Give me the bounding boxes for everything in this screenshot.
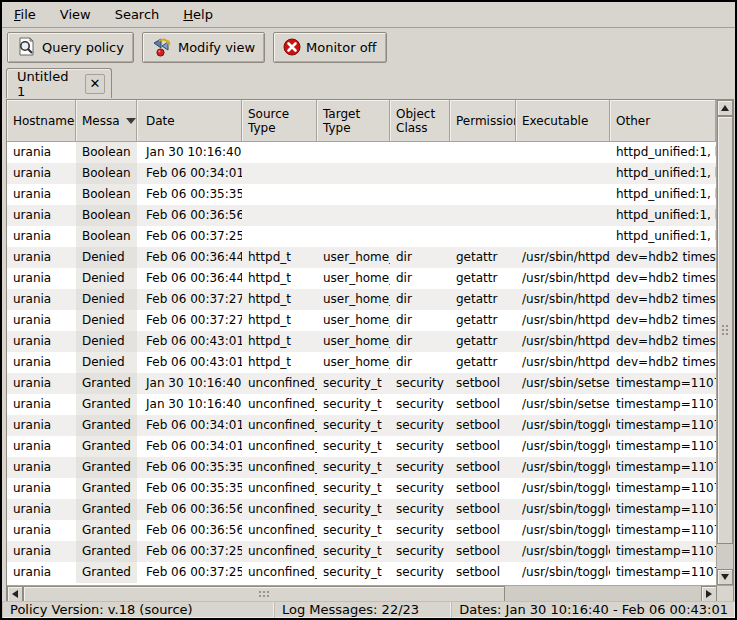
column-header-hostname[interactable]: Hostname: [7, 100, 76, 142]
cell-date: Feb 06 00:35:35: [137, 184, 242, 205]
monitor-off-button[interactable]: Monitor off: [273, 32, 386, 63]
cell-executable: [516, 163, 610, 184]
cell-source-type: [242, 163, 317, 184]
cell-object-class: security: [390, 436, 450, 457]
scroll-right-button[interactable]: [701, 586, 717, 602]
cell-hostname: urania: [7, 478, 76, 499]
cell-date: Feb 06 00:37:25: [137, 562, 242, 583]
tab-untitled-1[interactable]: Untitled 1 ✕: [6, 68, 112, 98]
cell-other: httpd_unified:1, h: [610, 142, 716, 163]
query-policy-button[interactable]: Query policy: [7, 32, 134, 63]
grip-icon: [258, 590, 270, 598]
menu-view[interactable]: View: [52, 4, 99, 25]
arrow-left-icon: [12, 590, 18, 598]
cell-message: Granted: [76, 394, 137, 415]
scroll-left-button[interactable]: [7, 586, 23, 602]
table-row[interactable]: uraniaGrantedFeb 06 00:37:25unconfined_s…: [7, 562, 716, 583]
cell-permission: [450, 163, 516, 184]
cell-object-class: [390, 226, 450, 247]
column-header-date[interactable]: Date: [137, 100, 242, 142]
cell-hostname: urania: [7, 436, 76, 457]
table-row[interactable]: uraniaDeniedFeb 06 00:43:01httpd_tuser_h…: [7, 352, 716, 373]
cell-message: Denied: [76, 352, 137, 373]
cell-permission: getattr: [450, 289, 516, 310]
tab-bar: Untitled 1 ✕: [2, 66, 735, 97]
cell-hostname: urania: [7, 247, 76, 268]
cell-other: dev=hdb2 timesta: [610, 352, 716, 373]
table-row[interactable]: uraniaBooleanFeb 06 00:34:01httpd_unifie…: [7, 163, 716, 184]
column-header-target-type[interactable]: Target Type: [317, 100, 390, 142]
cell-source-type: httpd_t: [242, 352, 317, 373]
table-row[interactable]: uraniaGrantedFeb 06 00:34:01unconfined_s…: [7, 415, 716, 436]
tab-label: Untitled 1: [17, 69, 75, 99]
cell-other: timestamp=11076: [610, 457, 716, 478]
column-header-message[interactable]: Messa: [76, 100, 137, 142]
arrow-down-icon: [721, 574, 729, 580]
column-header-permission[interactable]: Permission: [450, 100, 516, 142]
monitor-off-label: Monitor off: [306, 40, 376, 55]
close-icon: ✕: [89, 77, 100, 90]
cell-source-type: unconfined_: [242, 394, 317, 415]
column-header-source-type[interactable]: Source Type: [242, 100, 317, 142]
cell-source-type: [242, 142, 317, 163]
cell-object-class: dir: [390, 331, 450, 352]
table-row[interactable]: uraniaGrantedFeb 06 00:35:35unconfined_s…: [7, 457, 716, 478]
table-row[interactable]: uraniaBooleanJan 30 10:16:40httpd_unifie…: [7, 142, 716, 163]
cell-object-class: dir: [390, 268, 450, 289]
table-row[interactable]: uraniaDeniedFeb 06 00:43:01httpd_tuser_h…: [7, 331, 716, 352]
cell-message: Boolean: [76, 226, 137, 247]
cell-message: Granted: [76, 520, 137, 541]
menu-help[interactable]: Help: [175, 4, 221, 25]
table-body: uraniaBooleanJan 30 10:16:40httpd_unifie…: [7, 142, 716, 585]
table-row[interactable]: uraniaDeniedFeb 06 00:37:27httpd_tuser_h…: [7, 310, 716, 331]
cell-object-class: security: [390, 541, 450, 562]
scroll-up-button[interactable]: [717, 100, 733, 116]
menu-search[interactable]: Search: [107, 4, 168, 25]
cell-target-type: security_t: [317, 541, 390, 562]
column-header-object-class[interactable]: Object Class: [390, 100, 450, 142]
cell-permission: [450, 226, 516, 247]
scroll-down-button[interactable]: [717, 569, 733, 585]
horizontal-scrollbar[interactable]: [7, 585, 733, 602]
cell-date: Feb 06 00:43:01: [137, 352, 242, 373]
table-row[interactable]: uraniaGrantedFeb 06 00:35:35unconfined_s…: [7, 478, 716, 499]
cell-target-type: [317, 184, 390, 205]
table-row[interactable]: uraniaBooleanFeb 06 00:35:35httpd_unifie…: [7, 184, 716, 205]
table-row[interactable]: uraniaGrantedFeb 06 00:37:25unconfined_s…: [7, 541, 716, 562]
table-row[interactable]: uraniaDeniedFeb 06 00:36:44httpd_tuser_h…: [7, 268, 716, 289]
tab-close-button[interactable]: ✕: [85, 74, 105, 94]
table-row[interactable]: uraniaGrantedFeb 06 00:34:01unconfined_s…: [7, 436, 716, 457]
cell-permission: getattr: [450, 247, 516, 268]
menu-file[interactable]: File: [6, 4, 44, 25]
cell-message: Boolean: [76, 142, 137, 163]
vertical-scrollbar-thumb[interactable]: [717, 116, 733, 544]
column-header-executable[interactable]: Executable: [516, 100, 610, 142]
cell-other: timestamp=11076: [610, 478, 716, 499]
column-header-other[interactable]: Other: [610, 100, 716, 142]
table-row[interactable]: uraniaBooleanFeb 06 00:37:25httpd_unifie…: [7, 226, 716, 247]
cell-hostname: urania: [7, 184, 76, 205]
cell-source-type: httpd_t: [242, 331, 317, 352]
horizontal-scrollbar-trough[interactable]: [505, 586, 701, 602]
table-row[interactable]: uraniaDeniedFeb 06 00:36:44httpd_tuser_h…: [7, 247, 716, 268]
table-row[interactable]: uraniaBooleanFeb 06 00:36:56httpd_unifie…: [7, 205, 716, 226]
cell-date: Feb 06 00:36:44: [137, 268, 242, 289]
modify-view-button[interactable]: Modify view: [142, 32, 265, 63]
vertical-scrollbar[interactable]: [716, 100, 733, 585]
cell-hostname: urania: [7, 142, 76, 163]
table-row[interactable]: uraniaDeniedFeb 06 00:37:27httpd_tuser_h…: [7, 289, 716, 310]
horizontal-scrollbar-thumb[interactable]: [23, 586, 505, 602]
table-row[interactable]: uraniaGrantedJan 30 10:16:40unconfined_s…: [7, 373, 716, 394]
arrow-right-icon: [706, 590, 712, 598]
cell-executable: /usr/sbin/toggle: [516, 457, 610, 478]
cell-source-type: [242, 184, 317, 205]
cell-source-type: httpd_t: [242, 247, 317, 268]
cell-hostname: urania: [7, 352, 76, 373]
cell-target-type: user_home_: [317, 289, 390, 310]
table-row[interactable]: uraniaGrantedFeb 06 00:36:56unconfined_s…: [7, 499, 716, 520]
table-row[interactable]: uraniaGrantedFeb 06 00:36:56unconfined_s…: [7, 520, 716, 541]
cell-message: Granted: [76, 478, 137, 499]
dates-status: Dates: Jan 30 10:16:40 - Feb 06 00:43:01: [451, 601, 735, 618]
table-row[interactable]: uraniaGrantedJan 30 10:16:40unconfined_s…: [7, 394, 716, 415]
cell-source-type: httpd_t: [242, 268, 317, 289]
